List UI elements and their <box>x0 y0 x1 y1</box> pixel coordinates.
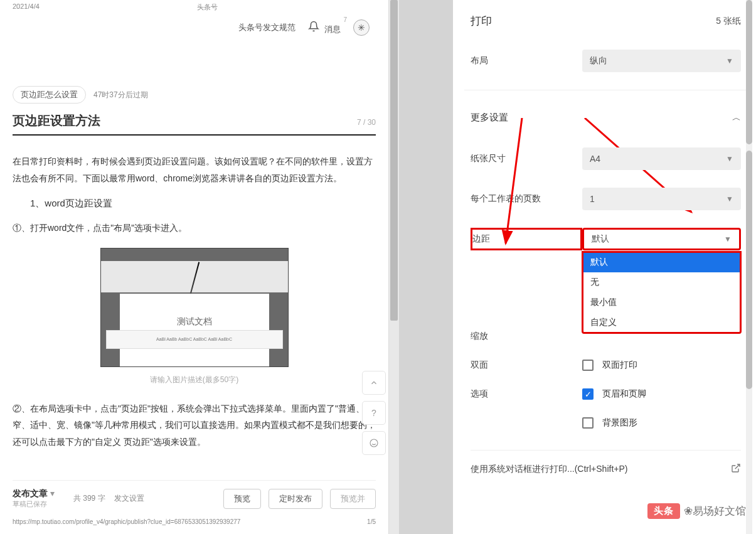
margins-label: 边距 <box>471 228 582 250</box>
publish-bar: 发布文章 ▾ 草稿已保存 共 399 字 发文设置 预览 定时发布 预览并 <box>13 480 376 509</box>
pages-per-sheet-value: 1 <box>590 194 595 204</box>
margin-option-default[interactable]: 默认 <box>583 252 740 272</box>
draft-status: 草稿已保存 <box>13 499 55 509</box>
pages-per-sheet-select[interactable]: 1 ▼ <box>582 188 741 210</box>
preview-scrollbar-area <box>389 0 453 534</box>
sheet-count: 5 张纸 <box>716 16 741 27</box>
margin-option-custom[interactable]: 自定义 <box>583 312 740 333</box>
duplex-checkbox[interactable] <box>582 360 594 371</box>
schedule-button[interactable]: 定时发布 <box>269 489 322 509</box>
margin-option-none[interactable]: 无 <box>583 272 740 292</box>
expire-text: 47时37分后过期 <box>93 90 148 100</box>
nav-messages-link[interactable]: 消息 <box>324 24 341 34</box>
title-char-count: 7 / 30 <box>357 118 376 127</box>
pages-per-sheet-label: 每个工作表的页数 <box>471 193 582 205</box>
scroll-top-button[interactable] <box>362 371 386 395</box>
watermark: 头条 ❀易场好文馆 <box>647 503 746 519</box>
article-preview-pane: 2021/4/4 头条号 头条号发文规范 消息 7 页边距怎么设置 47时37分… <box>0 0 389 534</box>
headers-footers-label: 页眉和页脚 <box>602 388 646 400</box>
duplex-option-label: 双面打印 <box>602 360 637 371</box>
publish-title: 发布文章 <box>13 488 48 498</box>
chevron-up-icon[interactable]: ︿ <box>732 112 741 124</box>
support-button[interactable] <box>362 431 386 455</box>
watermark-user: ❀易场好文馆 <box>684 504 746 518</box>
background-graphics-label: 背景图形 <box>602 417 637 429</box>
preview-scrollbar[interactable] <box>389 0 399 534</box>
paragraph-1: 在日常打印资料时，有时候会遇到页边距设置问题。该如何设置呢？在不同的软件里，设置… <box>13 153 376 186</box>
background-graphics-checkbox[interactable] <box>582 417 594 429</box>
preview-site: 头条号 <box>197 3 218 12</box>
page-url: https://mp.toutiao.com/profile_v4/graphi… <box>13 518 240 525</box>
margins-dropdown: 默认 无 最小值 自定义 <box>582 252 741 333</box>
print-title: 打印 <box>471 14 492 28</box>
margin-option-min[interactable]: 最小值 <box>583 292 740 312</box>
layout-value: 纵向 <box>590 55 607 67</box>
chevron-down-icon: ▼ <box>726 195 733 203</box>
word-screenshot: 测试文档 原创内容永不过时，一直很精彩。 AaBl AaBb AaBbC AaB… <box>100 248 289 367</box>
publish-button[interactable]: 预览并 <box>330 489 376 509</box>
options-label: 选项 <box>471 388 582 400</box>
publish-settings-link[interactable]: 发文设置 <box>114 493 144 504</box>
scale-label: 缩放 <box>471 331 582 342</box>
topic-tag[interactable]: 页边距怎么设置 <box>13 86 86 104</box>
paper-size-value: A4 <box>590 154 600 164</box>
margins-select[interactable]: 默认 ▼ <box>582 228 741 250</box>
word-doc-title: 测试文档 <box>177 316 212 328</box>
watermark-badge: 头条 <box>647 503 680 519</box>
system-dialog-link[interactable]: 使用系统对话框进行打印...(Ctrl+Shift+P) <box>471 450 741 488</box>
page-indicator: 1/5 <box>367 518 376 525</box>
headers-footers-checkbox[interactable]: ✓ <box>582 388 594 400</box>
chevron-down-icon: ▼ <box>726 154 733 163</box>
word-styles-bar: AaBl AaBb AaBbC AaBbC AaBl AaBbC <box>106 330 283 349</box>
messages-badge: 7 <box>343 16 347 23</box>
preview-date: 2021/4/4 <box>13 3 40 12</box>
help-button[interactable]: ? <box>362 401 386 425</box>
svg-point-0 <box>370 439 378 447</box>
duplex-label: 双面 <box>471 360 582 371</box>
nav-rules-link[interactable]: 头条号发文规范 <box>238 22 295 33</box>
more-settings-label[interactable]: 更多设置 <box>471 112 508 124</box>
print-settings-panel: 打印 5 张纸 布局 纵向 ▼ 更多设置 ︿ 纸张尺寸 A4 ▼ <box>453 0 756 534</box>
user-avatar[interactable] <box>353 19 370 36</box>
open-external-icon <box>731 463 741 475</box>
layout-select[interactable]: 纵向 ▼ <box>582 50 741 72</box>
preview-button[interactable]: 预览 <box>223 489 261 509</box>
section-heading-1: 1、word页边距设置 <box>13 198 376 210</box>
layout-label: 布局 <box>471 55 582 67</box>
preview-top-bar: 2021/4/4 头条号 <box>13 0 376 16</box>
chevron-down-icon: ▼ <box>726 56 733 65</box>
chevron-down-icon: ▼ <box>724 235 732 243</box>
bell-icon[interactable]: 消息 7 <box>308 21 341 35</box>
paper-size-select[interactable]: A4 ▼ <box>582 147 741 170</box>
preview-nav: 头条号发文规范 消息 7 <box>13 16 376 42</box>
panel-scrollbar[interactable] <box>746 0 752 534</box>
word-count: 共 399 字 <box>73 493 105 504</box>
image-caption[interactable]: 请输入图片描述(最多50字) <box>13 375 376 385</box>
paper-size-label: 纸张尺寸 <box>471 153 582 164</box>
margins-value: 默认 <box>592 233 609 245</box>
paragraph-3: ②、在布局选项卡中，点击"页边距"按钮，系统会弹出下拉式选择菜单。里面内置了"普… <box>13 400 376 451</box>
article-title: 页边距设置方法 <box>13 112 100 129</box>
paragraph-2: ①、打开word文件，点击"布局"选项卡进入。 <box>13 220 376 237</box>
